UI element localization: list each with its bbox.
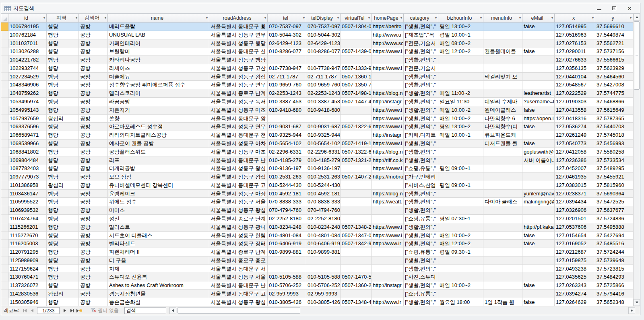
column-header-tel[interactable]: tel▾ xyxy=(268,14,306,23)
cell-roadAddress[interactable]: 서울특별시 성동구 한림 xyxy=(209,232,268,240)
cell-region[interactable]: 행당 xyxy=(47,73,79,81)
cell-region[interactable]: 행당 xyxy=(47,98,79,106)
row-selector[interactable] xyxy=(1,81,8,89)
cell-x[interactable]: 127.0276633 xyxy=(555,56,595,64)
cell-telDisplay[interactable] xyxy=(306,256,341,265)
cell-y[interactable]: 37.5696610 xyxy=(595,23,633,31)
cell-id[interactable]: 1011037011 xyxy=(8,39,47,48)
cell-region[interactable]: 행당 xyxy=(47,248,79,256)
cell-menuInfo[interactable]: 큐브파운드케 xyxy=(483,131,522,139)
cell-virtualTel[interactable] xyxy=(341,56,372,64)
cell-tel[interactable] xyxy=(268,56,306,64)
cell-telDisplay[interactable]: 070-7537-097 xyxy=(306,23,341,31)
cell-x[interactable]: 127.0356135 xyxy=(555,64,595,73)
cell-homePage[interactable] xyxy=(372,81,404,89)
cell-y[interactable]: 37.5690364 xyxy=(595,190,633,198)
cell-roadAddress[interactable]: 서울특별시 성동구 연무 xyxy=(209,123,268,131)
row-selector[interactable] xyxy=(1,98,8,106)
cell-y[interactable]: 37.5815960 xyxy=(595,181,633,190)
cell-tel[interactable]: 010-4801-084 xyxy=(268,232,306,240)
cell-eMail[interactable] xyxy=(522,215,555,223)
row-selector[interactable] xyxy=(1,190,8,198)
cell-menuInfo[interactable] xyxy=(483,240,522,248)
cell-name[interactable]: 더술에듀 xyxy=(108,73,209,81)
row-selector[interactable] xyxy=(1,232,8,240)
cell-y[interactable]: 37.5440703 xyxy=(595,123,633,131)
cell-eMail[interactable]: gopluswith@ xyxy=(522,148,555,156)
cell-id[interactable]: 1063376596 xyxy=(8,123,47,131)
cell-menuInfo[interactable] xyxy=(483,273,522,281)
cell-bizhourInfo[interactable] xyxy=(438,206,483,215)
cell-x[interactable]: 127.0290011 xyxy=(555,47,595,56)
cell-y[interactable]: 37.5744775 xyxy=(595,89,633,98)
cell-eMail[interactable] xyxy=(522,173,555,181)
column-dropdown-icon[interactable]: ▾ xyxy=(303,16,305,20)
cell-bizhourInfo[interactable] xyxy=(438,56,483,64)
column-header-menuInfo[interactable]: menuInfo▾ xyxy=(483,14,522,23)
cell-region[interactable]: 행당 xyxy=(47,31,79,39)
cell-homePage[interactable] xyxy=(372,290,404,298)
cell-homePage[interactable]: https://blog.n xyxy=(372,89,404,98)
cell-virtualTel[interactable]: 0507-1439-07 xyxy=(341,47,372,56)
cell-region[interactable]: 행당 xyxy=(47,273,79,281)
cell-menuInfo[interactable] xyxy=(483,156,522,165)
cell-menuInfo[interactable] xyxy=(483,173,522,181)
cell-category[interactable]: ["쇼핑,유통"," xyxy=(404,290,438,298)
cell-region[interactable]: 행당 xyxy=(47,56,79,64)
cell-region[interactable]: 행당 xyxy=(47,89,79,98)
cell-name[interactable]: 카페인테리어 xyxy=(108,39,209,48)
cell-keyword[interactable]: 공방 xyxy=(79,223,108,232)
cell-region[interactable]: 행당 xyxy=(47,106,79,115)
cell-keyword[interactable]: 공방 xyxy=(79,281,108,290)
cell-keyword[interactable]: 공방 xyxy=(79,47,108,56)
cell-homePage[interactable]: http://riff.co.k xyxy=(372,156,404,165)
cell-x[interactable]: 127.0236386 xyxy=(555,156,595,165)
cell-virtualTel[interactable]: 0507-1360-17 xyxy=(341,73,372,81)
cell-tel[interactable]: 010-3387-453 xyxy=(268,98,306,106)
cell-eMail[interactable] xyxy=(522,273,555,281)
column-dropdown-icon[interactable]: ▾ xyxy=(43,16,45,20)
cell-virtualTel[interactable]: 0507-1447-45 xyxy=(341,98,372,106)
cell-eMail[interactable] xyxy=(522,248,555,256)
cell-region[interactable]: 행당 xyxy=(47,156,79,165)
cell-roadAddress[interactable]: 서울특별시 종로구 난계 xyxy=(209,215,268,223)
cell-y[interactable]: 37.5733534 xyxy=(595,156,633,165)
cell-roadAddress[interactable]: 서울특별시 동대문구 천 xyxy=(209,131,268,139)
cell-category[interactable]: ["생활,편의"," xyxy=(404,81,438,89)
cell-keyword[interactable]: 공방 xyxy=(79,256,108,265)
cell-roadAddress[interactable]: 서울특별시 성동구 장터 xyxy=(209,240,268,248)
cell-virtualTel[interactable] xyxy=(341,131,372,139)
cell-telDisplay[interactable]: 010-5654-102 xyxy=(306,139,341,148)
cell-y[interactable]: 37.5623929 xyxy=(595,64,633,73)
cell-id[interactable]: 1087782403 xyxy=(8,164,47,173)
cell-x[interactable]: 127.0412058 xyxy=(555,148,595,156)
cell-keyword[interactable]: 공방 xyxy=(79,89,108,98)
cell-telDisplay[interactable]: 010-9136-197 xyxy=(306,164,341,173)
cell-menuInfo[interactable] xyxy=(483,190,522,198)
column-dropdown-icon[interactable]: ▾ xyxy=(337,16,339,20)
cell-keyword[interactable]: 공방 xyxy=(79,23,108,31)
cell-virtualTel[interactable] xyxy=(341,198,372,206)
column-header-roadAddress[interactable]: roadAddress▾ xyxy=(209,14,268,23)
cell-menuInfo[interactable] xyxy=(483,265,522,273)
cell-virtualTel[interactable]: 0507-1321-27 xyxy=(341,156,372,165)
vertical-scroll-thumb[interactable] xyxy=(634,21,640,90)
cell-roadAddress[interactable]: 서울특별시 성동구 마장 xyxy=(209,190,268,198)
row-selector[interactable] xyxy=(1,281,8,290)
cell-name[interactable]: 똥손금손화실 xyxy=(108,298,209,306)
cell-roadAddress[interactable]: 서울특별시 종로구 난계 xyxy=(209,248,268,256)
cell-telDisplay[interactable]: 010-9325-944 xyxy=(306,131,341,139)
cell-virtualTel[interactable]: 0507-1348-24 xyxy=(341,223,372,232)
cell-category[interactable]: ["생활,편의"," xyxy=(404,256,438,265)
cell-homePage[interactable]: https://www.i xyxy=(372,123,404,131)
cell-x[interactable]: 127.0452007 xyxy=(555,164,595,173)
cell-telDisplay[interactable]: 010-3387-453 xyxy=(306,98,341,106)
cell-menuInfo[interactable]: 나만의향수(디 xyxy=(483,123,522,131)
cell-id[interactable]: 1097779073 xyxy=(8,173,47,181)
cell-menuInfo[interactable]: 다이아 클래스 xyxy=(483,198,522,206)
cell-bizhourInfo[interactable]: 매일 10:00~2 xyxy=(438,106,483,115)
cell-keyword[interactable]: 공방 xyxy=(79,164,108,173)
cell-id[interactable]: 1027234529 xyxy=(8,73,47,81)
cell-telDisplay[interactable]: 02-2253-1243 xyxy=(306,89,341,98)
cell-menuInfo[interactable] xyxy=(483,31,522,39)
